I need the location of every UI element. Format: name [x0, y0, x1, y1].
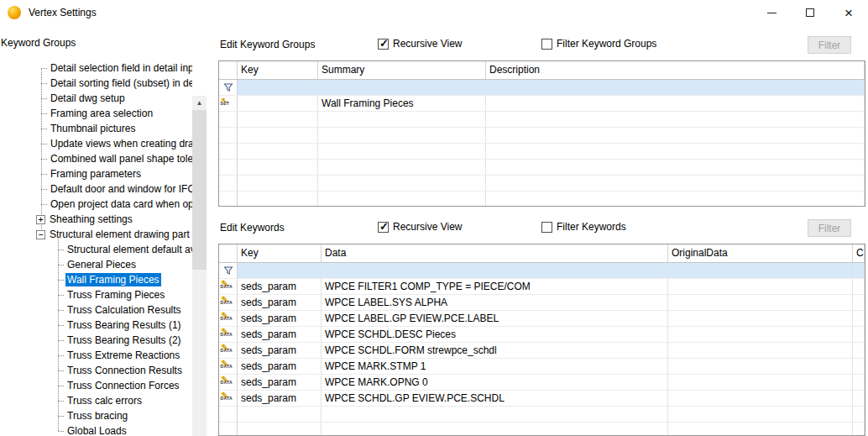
row-header-cell: ↖SET [219, 96, 238, 111]
tree-item[interactable]: Open project data card when op [0, 197, 192, 212]
filter-keywords-checkbox[interactable]: Filter Keywords [541, 221, 626, 233]
maximize-button[interactable] [791, 0, 829, 25]
column-header[interactable]: OriginalData [668, 244, 853, 262]
recursive-view-label: Recursive View [393, 38, 462, 50]
table-cell [238, 407, 322, 422]
close-button[interactable]: × [829, 0, 868, 25]
tree-connector [41, 204, 47, 205]
tree-item[interactable]: Truss Framing Pieces [0, 287, 192, 302]
tree-item[interactable]: Update views when creating dra [0, 136, 192, 151]
tree-item[interactable]: Truss Connection Results [0, 363, 192, 378]
tree-item[interactable]: Truss bracing [0, 408, 192, 423]
column-header[interactable]: Data [322, 244, 668, 262]
tree-connector [58, 416, 64, 417]
filter-button-keywords[interactable]: Filter [808, 219, 851, 237]
table-cell [238, 160, 318, 175]
tree-item[interactable]: Truss Calculation Results [0, 302, 192, 318]
tree-item[interactable]: +Sheathing settings [0, 212, 192, 227]
table-cell [486, 144, 865, 159]
column-header[interactable]: Co [853, 244, 865, 262]
table-row[interactable]: ✎DATAseds_paramWPCE SCHDL.DESC Pieces [219, 327, 865, 343]
table-row[interactable]: ✎DATAseds_paramWPCE SCHDL.FORM strewpce_… [219, 343, 865, 359]
tree-item[interactable]: Detail selection field in detail inp [0, 60, 192, 76]
table-cell: WPCE FILTER1 COMP_TYPE = PIECE/COM [322, 279, 668, 294]
data-edit-icon: ✎DATA [220, 280, 237, 293]
tree-item[interactable]: Wall Framing Pieces [0, 272, 192, 287]
close-icon: × [844, 6, 853, 20]
tree-item[interactable]: −Structural element drawing part [0, 227, 192, 242]
tree-connector [41, 174, 47, 175]
table-cell [238, 96, 318, 111]
table-cell: seds_param [238, 343, 322, 358]
tree-item[interactable]: Truss Bearing Results (2) [0, 333, 192, 348]
tree-scrollbar[interactable]: ▲ [192, 96, 207, 436]
checkbox-icon[interactable] [378, 39, 389, 50]
table-cell [318, 144, 486, 159]
expand-icon[interactable]: + [36, 215, 45, 224]
table-cell: WPCE MARK.STMP 1 [322, 359, 668, 374]
tree-item[interactable]: Truss calc errors [0, 393, 192, 408]
tree-item-label: Truss Connection Forces [65, 379, 181, 392]
tree-item[interactable]: Combined wall panel shape tole [0, 151, 192, 166]
column-header[interactable]: Description [486, 61, 865, 79]
checkbox-icon[interactable] [541, 222, 552, 233]
table-row[interactable]: ✎DATAseds_paramWPCE LABEL.GP EVIEW.PCE.L… [219, 311, 865, 327]
minimize-button[interactable] [752, 0, 791, 25]
column-header[interactable]: Key [238, 61, 318, 79]
table-cell [853, 343, 865, 358]
tree-item[interactable]: General Pieces [0, 257, 192, 272]
column-header[interactable]: Summary [318, 61, 486, 79]
table-row[interactable]: ✎DATAseds_paramWPCE MARK.OPNG 0 [219, 375, 865, 391]
dialog-content: Keyword Groups Detail selection field in… [0, 25, 868, 436]
table-cell [486, 112, 865, 127]
keyword-tree: Detail selection field in detail inpDeta… [0, 60, 192, 436]
tree-item[interactable]: Framing area selection [0, 106, 192, 121]
filter-button-groups[interactable]: Filter [808, 36, 851, 54]
table-row[interactable]: ↖SETWall Framing Pieces [219, 96, 865, 112]
filter-row[interactable] [219, 80, 865, 96]
tree-item-label: Structural element drawing part [48, 228, 191, 241]
scroll-up-icon[interactable]: ▲ [192, 96, 207, 110]
tree-item[interactable]: Structural element default av [0, 242, 192, 257]
data-edit-icon: ✎DATA [220, 344, 237, 357]
tree-item[interactable]: Thumbnail pictures [0, 121, 192, 136]
tree-item-label: Truss Extreme Reactions [65, 349, 181, 362]
table-row[interactable]: ✎DATAseds_paramWPCE MARK.STMP 1 [219, 359, 865, 375]
tree-item[interactable]: Truss Bearing Results (1) [0, 318, 192, 333]
filter-funnel-icon[interactable] [223, 82, 233, 92]
recursive-view-checkbox-keywords[interactable]: Recursive View [378, 221, 462, 233]
filter-row[interactable] [219, 263, 865, 279]
keyword-groups-table: KeySummaryDescription↖SETWall Framing Pi… [218, 60, 865, 207]
tree-item-label: Detail sorting field (subset) in de [49, 76, 192, 90]
row-header-cell [219, 407, 238, 422]
data-edit-icon: ✎DATA [220, 296, 237, 309]
table-cell [853, 359, 865, 374]
table-cell [486, 128, 865, 143]
filter-funnel-icon[interactable] [223, 265, 233, 276]
table-cell: seds_param [238, 279, 322, 294]
table-cell [668, 423, 853, 436]
tree-item[interactable]: Truss Connection Forces [0, 378, 192, 393]
tree-item[interactable]: Global Loads [0, 423, 192, 436]
tree-item-label: Structural element default av [65, 243, 192, 256]
row-header-cell [219, 61, 238, 79]
tree-scrollbar-thumb[interactable] [192, 110, 207, 270]
row-header-cell [219, 192, 238, 207]
table-row[interactable]: ✎DATAseds_paramWPCE LABEL.SYS ALPHA [219, 295, 865, 311]
checkbox-icon[interactable] [378, 222, 389, 233]
collapse-icon[interactable]: − [36, 230, 45, 239]
column-header[interactable]: Key [238, 244, 322, 262]
tree-item[interactable]: Truss Extreme Reactions [0, 348, 192, 363]
table-row[interactable]: ✎DATAseds_paramWPCE FILTER1 COMP_TYPE = … [219, 279, 865, 295]
tree-item[interactable]: Default door and window for IFC [0, 181, 192, 197]
checkbox-icon[interactable] [541, 39, 552, 50]
filter-keyword-groups-checkbox[interactable]: Filter Keyword Groups [541, 38, 656, 50]
tree-item[interactable]: Framing parameters [0, 166, 192, 181]
table-row[interactable]: ✎DATAseds_paramWPCE SCHDL.GP EVIEW.PCE.S… [219, 391, 865, 407]
recursive-view-checkbox-groups[interactable]: Recursive View [378, 38, 462, 50]
table-header-row: KeySummaryDescription [219, 61, 865, 80]
tree-item[interactable]: Detail sorting field (subset) in de [0, 76, 192, 91]
tree-item[interactable]: Detail dwg setup [0, 91, 192, 106]
titlebar: Vertex Settings × [0, 0, 868, 25]
table-cell [318, 128, 486, 143]
